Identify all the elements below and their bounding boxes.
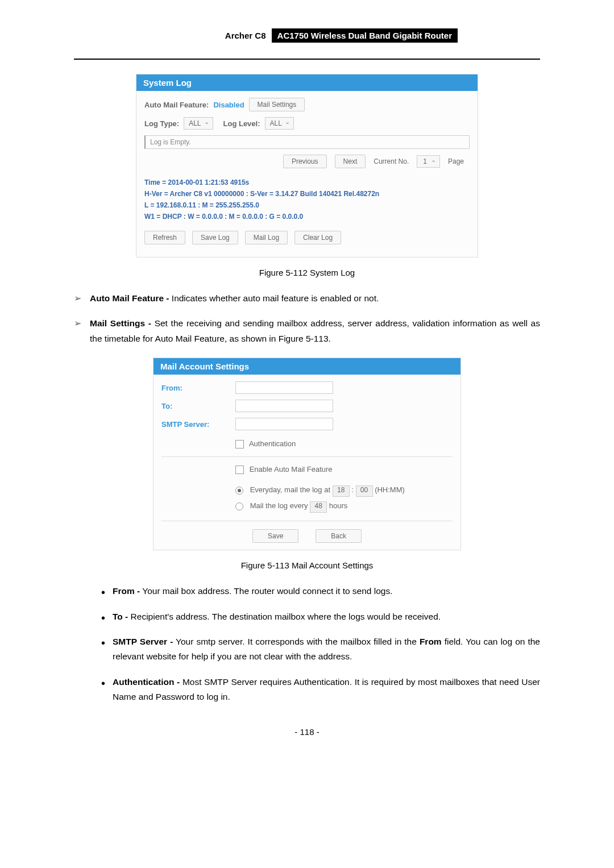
hhmm-label: (HH:MM)	[375, 485, 405, 494]
bullet-auto-mail-text: Indicates whether auto mail feature is e…	[169, 293, 379, 303]
bullet-auto-mail-label: Auto Mail Feature -	[90, 293, 169, 303]
figure-caption-2: Figure 5-113 Mail Account Settings	[74, 560, 540, 570]
clear-log-button[interactable]: Clear Log	[294, 231, 341, 244]
smtp-label: SMTP Server:	[161, 420, 235, 429]
from-label: From:	[161, 384, 235, 392]
auto-mail-status: Disabled	[213, 101, 244, 109]
log-empty-text: Log is Empty.	[144, 135, 470, 149]
previous-button[interactable]: Previous	[283, 155, 327, 168]
current-no-label: Current No.	[374, 157, 409, 165]
divider-1	[161, 456, 453, 457]
save-button[interactable]: Save	[252, 529, 298, 543]
info-hver: H-Ver = Archer C8 v1 00000000 : S-Ver = …	[144, 190, 470, 198]
auto-mail-label: Auto Mail Feature:	[144, 101, 209, 109]
log-type-label: Log Type:	[144, 119, 179, 128]
sub-bullet-to: To - Recipient's address. The destinatio…	[97, 609, 540, 624]
next-button[interactable]: Next	[335, 155, 366, 168]
from-input[interactable]	[235, 381, 333, 394]
mail-account-panel: Mail Account Settings From: To: SMTP Ser…	[153, 358, 461, 550]
current-no-select[interactable]: 1	[417, 155, 440, 168]
bullet-mail-settings-label: Mail Settings -	[90, 318, 151, 328]
sub-bullet-smtp: SMTP Server - Your smtp server. It corre…	[97, 634, 540, 665]
info-l: L = 192.168.0.11 : M = 255.255.255.0	[144, 201, 470, 209]
sub-bullet-from: From - Your mail box address. The router…	[97, 584, 540, 599]
save-log-button[interactable]: Save Log	[192, 231, 238, 244]
to-label: To:	[161, 402, 235, 410]
to-input[interactable]	[235, 400, 333, 412]
radio-everyday[interactable]	[235, 487, 243, 495]
system-log-title: System Log	[136, 74, 478, 91]
info-time: Time = 2014-00-01 1:21:53 4915s	[144, 178, 470, 186]
log-level-label: Log Level:	[223, 119, 260, 128]
mail-settings-button[interactable]: Mail Settings	[249, 98, 305, 111]
enable-auto-mail-checkbox[interactable]	[235, 466, 244, 474]
log-type-select[interactable]: ALL	[184, 117, 213, 130]
divider-2	[161, 521, 453, 521]
log-level-select[interactable]: ALL	[265, 117, 294, 130]
everyday-text: Everyday, mail the log at	[250, 485, 330, 494]
hours-label: hours	[329, 501, 348, 510]
auth-label: Authentication	[249, 439, 296, 448]
header-model: Archer C8	[219, 28, 272, 43]
page-label: Page	[448, 157, 464, 165]
sub-bullet-auth: Authentication - Most SMTP Server requir…	[97, 675, 540, 705]
bullet-mail-settings-text: Set the receiving and sending mailbox ad…	[90, 318, 540, 343]
refresh-button[interactable]: Refresh	[144, 231, 185, 244]
bullet-mail-settings: Mail Settings - Set the receiving and se…	[74, 316, 540, 346]
header-desc: AC1750 Wireless Dual Band Gigabit Router	[272, 28, 458, 43]
hour-input[interactable]: 18	[333, 485, 350, 497]
smtp-input[interactable]	[235, 418, 333, 430]
back-button[interactable]: Back	[316, 529, 362, 543]
minute-input[interactable]: 00	[356, 485, 373, 497]
figure-caption-1: Figure 5-112 System Log	[74, 268, 540, 277]
radio-interval[interactable]	[235, 502, 243, 510]
system-log-panel: System Log Auto Mail Feature: Disabled M…	[136, 74, 478, 258]
doc-header: Archer C8 AC1750 Wireless Dual Band Giga…	[156, 28, 458, 43]
page-number: - 118 -	[74, 727, 540, 737]
header-rule	[74, 59, 540, 60]
mail-account-title: Mail Account Settings	[154, 358, 460, 375]
auth-checkbox[interactable]	[235, 440, 244, 448]
mail-log-button[interactable]: Mail Log	[245, 231, 288, 244]
hours-input[interactable]: 48	[310, 501, 327, 513]
info-w1: W1 = DHCP : W = 0.0.0.0 : M = 0.0.0.0 : …	[144, 213, 470, 221]
bullet-auto-mail: Auto Mail Feature - Indicates whether au…	[74, 291, 540, 306]
enable-auto-mail-label: Enable Auto Mail Feature	[250, 465, 333, 474]
interval-text: Mail the log every	[250, 501, 308, 510]
